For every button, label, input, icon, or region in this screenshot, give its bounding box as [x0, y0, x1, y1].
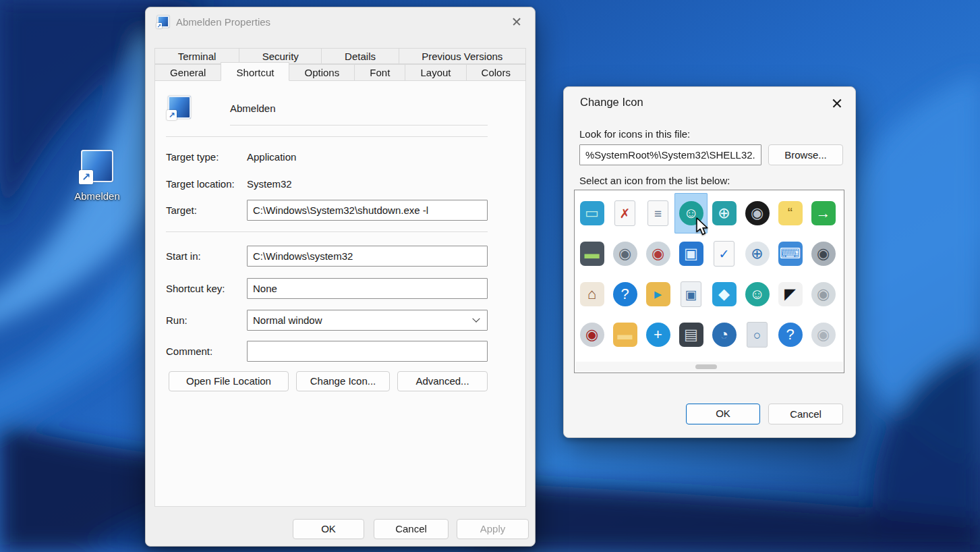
- select-icon-label: Select an icon from the list below:: [579, 175, 730, 186]
- abmelden-shortcut-icon: ↗: [81, 150, 113, 182]
- cd-certificate-icon-glyph: ◉: [646, 242, 670, 266]
- shared-folder-icon[interactable]: ▸: [641, 274, 674, 314]
- tab-previous-versions[interactable]: Previous Versions: [399, 48, 526, 64]
- shared-folder-icon-glyph: ▸: [646, 282, 670, 306]
- shortcut-arrow-icon: ↗: [167, 110, 177, 120]
- ok-button[interactable]: OK: [686, 404, 760, 424]
- icon-file-path-input[interactable]: [579, 144, 761, 165]
- display-monitor-icon[interactable]: ▭: [575, 193, 608, 233]
- help-file-icon[interactable]: ?: [774, 314, 807, 355]
- properties-titlebar: ↗ Abmelden Properties: [146, 7, 535, 36]
- chevron-down-icon: [472, 314, 480, 322]
- desktop: ↗ Abmelden ↗ Abmelden Properties Termina…: [0, 0, 980, 552]
- tab-shortcut[interactable]: Shortcut: [221, 62, 289, 81]
- comment-label: Comment:: [166, 346, 212, 357]
- properties-list-icon[interactable]: ≡: [641, 193, 674, 233]
- look-for-icons-label: Look for icons in this file:: [579, 128, 690, 140]
- disc-gray-icon[interactable]: ◉: [807, 274, 840, 314]
- fullscreen-monitor-icon-glyph: ◤: [778, 282, 803, 306]
- folder-icon[interactable]: ▬: [608, 314, 641, 355]
- tab-row-lower: GeneralShortcutOptionsFontLayoutColors: [154, 64, 526, 81]
- shield-icon[interactable]: ◆: [708, 274, 741, 314]
- cancel-button[interactable]: Cancel: [374, 519, 449, 539]
- tab-font[interactable]: Font: [354, 64, 405, 81]
- fullscreen-monitor-icon[interactable]: ◤: [774, 274, 807, 314]
- scrollbar-thumb[interactable]: [695, 364, 717, 369]
- globe-tools-icon-glyph: ⊕: [745, 242, 770, 266]
- ram-drive-icon-glyph: ▬: [580, 242, 604, 266]
- search-document-icon[interactable]: ○: [741, 314, 774, 355]
- password-keys-icon-glyph: “: [778, 201, 803, 225]
- shortcut-arrow-icon: ↗: [156, 23, 162, 28]
- close-icon[interactable]: [509, 14, 524, 29]
- shortcut-page-icon: ↗: [168, 96, 191, 119]
- name-underline: [230, 125, 488, 126]
- password-keys-icon[interactable]: “: [774, 193, 807, 233]
- dvd-drive-icon[interactable]: ◉: [807, 233, 840, 274]
- shortcut-key-label: Shortcut key:: [166, 283, 225, 294]
- cd-search-icon[interactable]: ◉: [608, 233, 641, 274]
- change-icon-button[interactable]: Change Icon...: [296, 371, 390, 391]
- dialog-title: Change Icon: [580, 96, 643, 109]
- monitor-picture-icon[interactable]: ▣: [674, 274, 708, 314]
- clock-icon-glyph: ◔: [712, 323, 737, 347]
- separator: [166, 231, 488, 232]
- advanced-button[interactable]: Advanced...: [397, 371, 488, 391]
- document-cancel-icon[interactable]: ✗: [608, 193, 641, 233]
- network-globe-monitor-icon[interactable]: ⊕: [708, 193, 741, 233]
- workstation-icon[interactable]: ⌨: [774, 233, 807, 274]
- ok-button[interactable]: OK: [293, 519, 364, 539]
- folder-icon-glyph: ▬: [613, 323, 637, 347]
- tab-layout[interactable]: Layout: [405, 64, 466, 81]
- ram-drive-icon[interactable]: ▬: [575, 233, 608, 274]
- target-input[interactable]: [247, 200, 488, 221]
- workstation-icon-glyph: ⌨: [778, 242, 803, 266]
- browse-button[interactable]: Browse...: [768, 144, 843, 165]
- home-icon[interactable]: ⌂: [575, 274, 608, 314]
- shortcut-arrow-icon: ↗: [79, 170, 93, 184]
- tab-general[interactable]: General: [154, 64, 221, 81]
- horizontal-scrollbar[interactable]: [575, 362, 843, 372]
- home-icon-glyph: ⌂: [580, 282, 604, 306]
- printer-icon[interactable]: ▤: [674, 314, 708, 355]
- shield-icon-glyph: ◆: [712, 282, 737, 306]
- cancel-button[interactable]: Cancel: [768, 404, 843, 424]
- dvd-drive-icon-glyph: ◉: [811, 242, 836, 266]
- checkmark-icon[interactable]: ✓: [708, 233, 741, 274]
- tab-row-upper: TerminalSecurityDetailsPrevious Versions: [154, 48, 526, 64]
- shortcut-key-input[interactable]: [247, 278, 488, 299]
- run-dropdown[interactable]: Normal window: [247, 310, 488, 331]
- clock-icon[interactable]: ◔: [708, 314, 741, 355]
- user-profile-icon[interactable]: ☺: [741, 274, 774, 314]
- export-arrow-icon[interactable]: →: [807, 193, 840, 233]
- disc-light-icon-glyph: ◉: [811, 323, 836, 347]
- open-file-location-button[interactable]: Open File Location: [169, 371, 289, 391]
- globe-tools-icon[interactable]: ⊕: [741, 233, 774, 274]
- export-arrow-icon-glyph: →: [811, 201, 836, 225]
- accessibility-icon-glyph: +: [646, 323, 670, 347]
- disc-gray-icon-glyph: ◉: [811, 282, 836, 306]
- close-icon[interactable]: [830, 96, 844, 111]
- accessibility-icon[interactable]: +: [641, 314, 674, 355]
- cd-audio-icon-glyph: ◉: [745, 201, 770, 225]
- cd-certificate-icon[interactable]: ◉: [641, 233, 674, 274]
- properties-dialog: ↗ Abmelden Properties TerminalSecurityDe…: [145, 7, 536, 547]
- display-monitor-icon-glyph: ▭: [580, 201, 604, 225]
- tab-colors[interactable]: Colors: [466, 64, 526, 81]
- tab-details[interactable]: Details: [321, 48, 399, 64]
- target-label: Target:: [166, 204, 197, 216]
- cd-audio-icon[interactable]: ◉: [741, 193, 774, 233]
- start-in-input[interactable]: [247, 246, 488, 267]
- comment-input[interactable]: [247, 341, 488, 362]
- help-file-icon-glyph: ?: [778, 323, 803, 347]
- disc-burn-icon[interactable]: ◉: [575, 314, 608, 355]
- disc-burn-icon-glyph: ◉: [580, 323, 604, 347]
- window-shortcut-icon: ↗: [157, 16, 169, 28]
- help-circle-icon[interactable]: ?: [608, 274, 641, 314]
- desktop-icon-abmelden[interactable]: ↗ Abmelden: [66, 150, 128, 202]
- search-document-icon-glyph: ○: [747, 322, 768, 348]
- tab-options[interactable]: Options: [289, 64, 355, 81]
- help-circle-icon-glyph: ?: [613, 282, 637, 306]
- disc-light-icon[interactable]: ◉: [807, 314, 840, 355]
- monitor-desktop-icon[interactable]: ▣: [674, 233, 708, 274]
